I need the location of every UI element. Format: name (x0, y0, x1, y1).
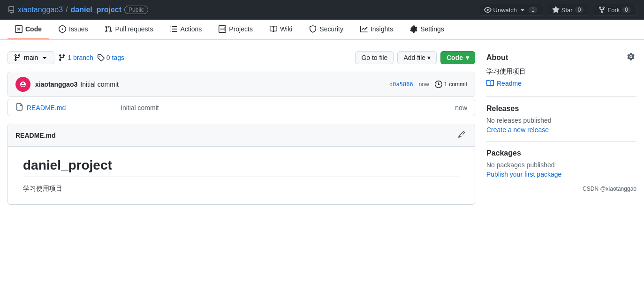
packages-section: Packages No packages published Publish y… (486, 149, 636, 178)
branch-selector[interactable]: main (8, 51, 54, 64)
eye-icon (484, 6, 492, 14)
branches-icon (58, 54, 66, 61)
avatar (15, 77, 30, 92)
readme-header: README.md (8, 124, 475, 147)
tab-insights[interactable]: Insights (353, 20, 401, 39)
about-title: About (486, 53, 508, 62)
pencil-icon (458, 131, 465, 138)
readme-h1: daniel_project (23, 158, 460, 177)
star-count: 0 (575, 6, 584, 14)
readme-content: daniel_project 学习使用项目 (8, 147, 475, 204)
table-row: README.md Initial commit now (8, 99, 475, 116)
main-container: main 1 branch 0 tags Go to file Add file… (0, 40, 644, 216)
repo-name[interactable]: daniel_project (71, 6, 121, 14)
repo-separator: / (66, 6, 68, 14)
nav-tabs: Code Issues Pull requests Actions Projec… (0, 20, 644, 40)
chevron-down-icon (519, 6, 526, 14)
fork-icon (598, 6, 606, 14)
commit-time: now (419, 81, 429, 88)
wiki-icon (270, 25, 277, 33)
readme-edit-button[interactable] (456, 129, 467, 141)
tab-code[interactable]: Code (8, 20, 49, 39)
commit-hash[interactable]: d0a5866 (389, 81, 413, 88)
tab-projects[interactable]: Projects (211, 20, 260, 39)
tab-code-label: Code (25, 25, 42, 33)
readme-link-label: Readme (497, 80, 522, 87)
tab-wiki[interactable]: Wiki (262, 20, 300, 39)
file-name[interactable]: README.md (27, 104, 121, 112)
publish-package-link[interactable]: Publish your first package (486, 171, 561, 178)
tab-issues[interactable]: Issues (51, 20, 95, 39)
issues-icon (59, 25, 66, 33)
commit-count-label: commit (449, 81, 467, 88)
tab-pull-requests[interactable]: Pull requests (97, 20, 160, 39)
star-label: Star (561, 7, 573, 14)
create-release-link[interactable]: Create a new release (486, 126, 549, 134)
chevron-branch-icon (41, 54, 48, 61)
code-icon (15, 25, 23, 33)
commit-bar: xiaotanggao3 Initial commit d0a5866 now … (8, 72, 475, 97)
tag-count-link[interactable]: 0 tags (97, 54, 124, 61)
actions-icon (170, 25, 177, 33)
about-settings-button[interactable] (625, 51, 636, 64)
history-icon (435, 81, 442, 88)
tab-actions-label: Actions (180, 25, 202, 33)
commit-meta: d0a5866 now 1 commit (389, 81, 467, 88)
readme-link[interactable]: Readme (486, 80, 636, 87)
unwatch-button[interactable]: Unwatch 1 (479, 4, 543, 16)
top-bar: xiaotanggao3 / daniel_project Public Unw… (0, 0, 644, 20)
readme-section: README.md daniel_project 学习使用项目 (8, 124, 475, 205)
branch-bar: main 1 branch 0 tags Go to file Add file… (8, 51, 475, 64)
unwatch-label: Unwatch (493, 7, 517, 14)
file-icon (15, 103, 23, 112)
readme-title: README.md (15, 132, 56, 139)
fork-button[interactable]: Fork 0 (593, 4, 636, 16)
visibility-badge: Public (124, 6, 148, 14)
about-header: About (486, 51, 636, 64)
repo-icon (8, 6, 15, 14)
star-icon (552, 6, 560, 14)
fork-label: Fork (607, 7, 620, 14)
insights-icon (360, 25, 368, 33)
releases-section: Releases No releases published Create a … (486, 104, 636, 141)
tab-security[interactable]: Security (302, 20, 351, 39)
fork-count: 0 (621, 6, 631, 14)
packages-title: Packages (486, 149, 636, 157)
branch-icon (14, 54, 21, 61)
no-releases-text: No releases published (486, 117, 636, 124)
repo-title: xiaotanggao3 / daniel_project Public (8, 6, 148, 14)
branch-count-link[interactable]: 1 branch (58, 54, 93, 61)
tab-pull-requests-label: Pull requests (115, 25, 153, 33)
tab-insights-label: Insights (371, 25, 393, 33)
settings-icon (410, 25, 417, 33)
commit-author[interactable]: xiaotanggao3 (35, 81, 77, 88)
projects-icon (219, 25, 226, 33)
top-bar-actions: Unwatch 1 Star 0 Fork 0 (479, 4, 636, 16)
tab-issues-label: Issues (69, 25, 88, 33)
branch-count[interactable]: 1 branch (68, 54, 93, 61)
star-button[interactable]: Star 0 (547, 4, 590, 16)
file-commit-msg: Initial commit (121, 104, 455, 112)
no-packages-text: No packages published (486, 161, 636, 169)
tab-projects-label: Projects (229, 25, 253, 33)
tab-settings[interactable]: Settings (402, 20, 452, 39)
code-button[interactable]: Code ▾ (440, 51, 475, 64)
content-area: main 1 branch 0 tags Go to file Add file… (8, 51, 475, 205)
gear-icon (627, 53, 635, 60)
commit-count: 1 (444, 81, 447, 88)
commit-row: xiaotanggao3 Initial commit d0a5866 now … (8, 72, 475, 97)
add-file-button[interactable]: Add file ▾ (397, 51, 437, 64)
tag-count[interactable]: 0 tags (106, 54, 124, 61)
tag-icon (97, 54, 105, 61)
commit-message: Initial commit (80, 81, 119, 88)
releases-title: Releases (486, 104, 636, 113)
repo-owner[interactable]: xiaotanggao3 (18, 6, 63, 14)
commits-link[interactable]: 1 commit (435, 81, 467, 88)
book-icon (486, 80, 494, 87)
tab-actions[interactable]: Actions (162, 20, 209, 39)
unwatch-count: 1 (528, 6, 538, 14)
go-to-file-button[interactable]: Go to file (355, 51, 394, 64)
readme-body: 学习使用项目 (23, 185, 460, 193)
watermark: CSDN @xiaotanggao (486, 186, 636, 192)
sidebar: About 学习使用项目 Readme Releases No releases… (486, 51, 636, 205)
